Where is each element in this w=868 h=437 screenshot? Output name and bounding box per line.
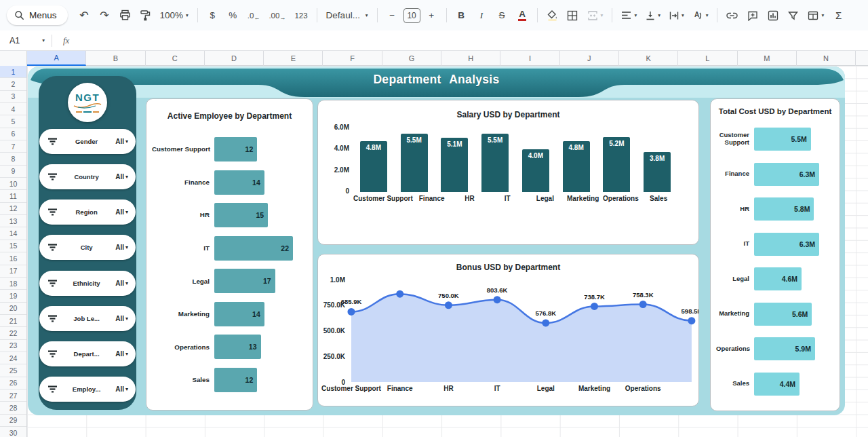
menus-button[interactable]: Menus — [7, 5, 68, 25]
column-header-K[interactable]: K — [619, 51, 678, 66]
number-format-button[interactable]: 123 — [291, 6, 311, 25]
row-header-18[interactable]: 18 — [0, 278, 26, 290]
select-all-corner[interactable] — [0, 51, 27, 66]
row-header-17[interactable]: 17 — [0, 265, 26, 278]
row-header-4[interactable]: 4 — [0, 103, 26, 115]
column-header-H[interactable]: H — [441, 51, 500, 66]
chart-total-cost[interactable]: Total Cost USD by Department Customer Su… — [710, 98, 840, 411]
row-header-23[interactable]: 23 — [0, 340, 26, 352]
decrease-decimals-button[interactable]: .0← — [244, 6, 264, 25]
row-header-8[interactable]: 8 — [0, 153, 26, 165]
row-header-7[interactable]: 7 — [0, 140, 26, 153]
name-box[interactable]: A1 ▾ — [0, 36, 45, 45]
row-header-22[interactable]: 22 — [0, 327, 26, 339]
row-header-11[interactable]: 11 — [0, 190, 26, 202]
filter-button-ethnicity[interactable]: EthnicityAll▾ — [39, 271, 136, 296]
column-header-C[interactable]: C — [146, 51, 205, 66]
redo-button[interactable]: ↷ — [96, 6, 114, 25]
undo-icon: ↶ — [79, 9, 88, 22]
bar: 4.0M — [522, 149, 549, 192]
row-header-30[interactable]: 30 — [0, 427, 26, 437]
row-header-20[interactable]: 20 — [0, 303, 26, 315]
filter-button-joble[interactable]: Job Le...All▾ — [39, 306, 136, 331]
column-header-N[interactable]: N — [797, 51, 856, 66]
table-button[interactable]: ▾ — [804, 6, 827, 25]
column-header-I[interactable]: I — [500, 51, 559, 66]
increase-font-size-button[interactable]: + — [422, 6, 441, 25]
column-header-D[interactable]: D — [205, 51, 264, 66]
fill-color-button[interactable] — [543, 6, 561, 25]
chart-active-employee[interactable]: Active Employee by Department Customer S… — [146, 98, 313, 411]
row-header-1[interactable]: 1 — [0, 66, 26, 78]
column-header-J[interactable]: J — [560, 51, 619, 66]
text-rotation-button[interactable]: A ▾ — [690, 6, 712, 25]
decrease-font-size-button[interactable]: − — [383, 6, 401, 25]
format-currency-button[interactable]: $ — [203, 6, 222, 25]
italic-button[interactable]: I — [473, 6, 491, 25]
zoom-select[interactable]: 100% ▾ — [157, 6, 192, 25]
format-percent-button[interactable]: % — [224, 6, 242, 25]
column-header-L[interactable]: L — [678, 51, 737, 66]
column-header-F[interactable]: F — [323, 51, 382, 66]
filter-button-gender[interactable]: GenderAll▾ — [39, 129, 136, 154]
row-header-13[interactable]: 13 — [0, 215, 26, 227]
font-size-input[interactable]: 10 — [403, 8, 420, 23]
fx-icon[interactable]: fx — [63, 35, 69, 46]
chart-bonus[interactable]: Bonus USD by Department 1.0M750.0K500.0K… — [317, 254, 699, 406]
chart-title: Salary USD by Department — [318, 110, 698, 119]
create-filter-button[interactable] — [784, 6, 802, 25]
bar-row: Operations5.9M — [716, 337, 834, 360]
row-header-3[interactable]: 3 — [0, 91, 26, 103]
row-header-27[interactable]: 27 — [0, 390, 26, 402]
row-header-15[interactable]: 15 — [0, 240, 26, 252]
paint-format-button[interactable] — [136, 6, 155, 25]
row-header-9[interactable]: 9 — [0, 166, 26, 178]
insert-chart-button[interactable] — [764, 6, 782, 25]
dashboard-drawing[interactable]: Department Analysis NGT GenderAll▾Countr… — [28, 66, 845, 415]
filter-button-city[interactable]: CityAll▾ — [39, 235, 136, 260]
text-wrap-button[interactable]: ▾ — [666, 6, 688, 25]
text-color-button[interactable]: A — [513, 6, 532, 25]
vertical-align-button[interactable]: ▾ — [642, 6, 664, 25]
filter-button-country[interactable]: CountryAll▾ — [39, 164, 136, 189]
row-header-12[interactable]: 12 — [0, 203, 26, 215]
functions-button[interactable]: Σ — [829, 6, 848, 25]
row-header-5[interactable]: 5 — [0, 115, 26, 128]
row-header-26[interactable]: 26 — [0, 377, 26, 390]
category-label: Customer Support — [152, 145, 214, 153]
bar: 5.1M — [441, 138, 468, 192]
row-header-6[interactable]: 6 — [0, 128, 26, 140]
row-header-25[interactable]: 25 — [0, 364, 26, 377]
column-header-M[interactable]: M — [738, 51, 797, 66]
strikethrough-button[interactable]: S — [493, 6, 511, 25]
font-select[interactable]: Defaul... ▾ — [323, 6, 372, 25]
row-header-24[interactable]: 24 — [0, 352, 26, 364]
filter-button-region[interactable]: RegionAll▾ — [39, 200, 136, 225]
row-header-14[interactable]: 14 — [0, 227, 26, 240]
merge-cells-button[interactable]: ▾ — [584, 6, 607, 25]
row-header-21[interactable]: 21 — [0, 315, 26, 327]
filter-button-depart[interactable]: Depart...All▾ — [39, 341, 136, 366]
category-label: Marketing — [716, 310, 754, 318]
bar-value-label: 4.4M — [780, 380, 795, 388]
row-header-16[interactable]: 16 — [0, 252, 26, 265]
row-header-29[interactable]: 29 — [0, 415, 26, 427]
chart-salary[interactable]: Salary USD by Department 6.0M4.0M2.0M04.… — [317, 100, 699, 245]
column-header-A[interactable]: A — [27, 51, 86, 66]
row-header-2[interactable]: 2 — [0, 78, 26, 90]
row-header-10[interactable]: 10 — [0, 178, 26, 190]
filter-button-employ[interactable]: Employ...All▾ — [39, 377, 136, 402]
borders-button[interactable] — [564, 6, 582, 25]
column-header-G[interactable]: G — [382, 51, 441, 66]
insert-comment-button[interactable] — [743, 6, 762, 25]
undo-button[interactable]: ↶ — [75, 6, 94, 25]
increase-decimals-button[interactable]: .00→ — [265, 6, 289, 25]
print-button[interactable] — [116, 6, 134, 25]
horizontal-align-button[interactable]: ▾ — [618, 6, 640, 25]
row-header-19[interactable]: 19 — [0, 290, 26, 302]
bold-button[interactable]: B — [452, 6, 471, 25]
column-header-B[interactable]: B — [86, 51, 145, 66]
column-header-E[interactable]: E — [264, 51, 323, 66]
insert-link-button[interactable] — [723, 6, 741, 25]
row-header-28[interactable]: 28 — [0, 402, 26, 414]
